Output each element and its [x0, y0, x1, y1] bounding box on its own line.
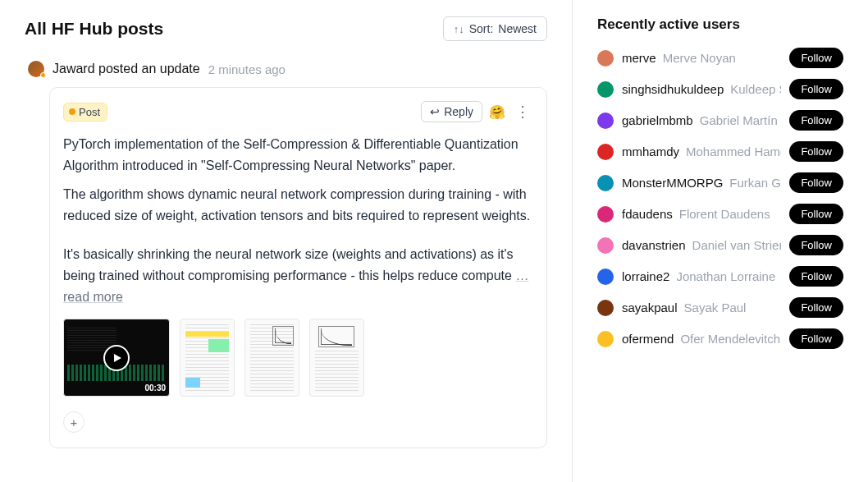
user-row: mmhamdyMohammed HamdFollow [597, 141, 843, 162]
user-row: davanstrienDaniel van StrienFollow [597, 235, 843, 255]
follow-button[interactable]: Follow [789, 297, 843, 318]
user-username[interactable]: singhsidhukuldeep [622, 82, 724, 96]
user-avatar[interactable] [597, 300, 614, 316]
user-row: merveMerve NoyanFollow [597, 48, 843, 68]
follow-button[interactable]: Follow [789, 110, 843, 131]
user-avatar[interactable] [597, 175, 614, 191]
attachment-image-thumb[interactable] [244, 319, 299, 397]
user-fullname: Daniel van Strien [692, 238, 782, 252]
user-names: merveMerve Noyan [622, 51, 781, 65]
reply-label: Reply [444, 105, 473, 118]
add-reaction-button[interactable]: + [63, 411, 85, 433]
user-avatar[interactable] [597, 50, 614, 67]
attachment-image-thumb[interactable] [180, 319, 235, 397]
author-avatar[interactable] [28, 61, 44, 77]
post-timestamp: 2 minutes ago [208, 62, 286, 76]
user-fullname: Jonathan Lorraine [676, 269, 775, 283]
user-username[interactable]: ofermend [622, 332, 674, 346]
user-username[interactable]: gabrielmbmb [622, 113, 693, 127]
user-row: lorraine2Jonathan LorraineFollow [597, 266, 843, 287]
user-username[interactable]: MonsterMMORPG [622, 176, 723, 190]
user-names: davanstrienDaniel van Strien [622, 238, 781, 252]
video-duration: 00:30 [144, 383, 166, 392]
user-avatar[interactable] [597, 112, 614, 129]
post-paragraph-1: PyTorch implementation of the Self-Compr… [63, 134, 533, 176]
reply-arrow-icon: ↩ [430, 105, 440, 118]
user-avatar[interactable] [597, 331, 614, 347]
user-fullname: Florent Daudens [679, 207, 770, 221]
sort-value: Newest [498, 22, 537, 35]
user-fullname: Furkan Gözü [729, 176, 781, 190]
attachment-thumbs: 00:30 [63, 319, 533, 397]
user-avatar[interactable] [597, 237, 614, 254]
user-avatar[interactable] [597, 144, 614, 160]
follow-button[interactable]: Follow [789, 328, 843, 349]
post-body: PyTorch implementation of the Self-Compr… [63, 134, 533, 307]
user-names: fdaudensFlorent Daudens [622, 207, 781, 221]
post-paragraph-2: The algorithm shows dynamic neural netwo… [63, 184, 533, 226]
more-menu-icon[interactable]: ⋮ [512, 103, 533, 121]
user-username[interactable]: davanstrien [622, 238, 686, 252]
user-names: MonsterMMORPGFurkan Gözü [622, 176, 781, 190]
post-action-line[interactable]: Jaward posted an update [53, 62, 200, 76]
follow-button[interactable]: Follow [789, 141, 843, 162]
sort-label: Sort: [469, 22, 494, 35]
user-row: singhsidhukuldeepKuldeep SFollow [597, 79, 843, 99]
follow-button[interactable]: Follow [789, 79, 843, 99]
sort-button[interactable]: ↑↓ Sort: Newest [443, 16, 547, 41]
post-badge-icon [69, 108, 75, 115]
post-card: Post ↩ Reply 🤗 ⋮ PyTorch implementation … [49, 87, 547, 448]
user-row: fdaudensFlorent DaudensFollow [597, 204, 843, 224]
follow-button[interactable]: Follow [789, 204, 843, 224]
user-names: ofermendOfer Mendelevitch [622, 332, 781, 346]
reaction-emoji[interactable]: 🤗 [489, 104, 505, 120]
user-fullname: Sayak Paul [684, 301, 747, 314]
post-badge-label: Post [79, 106, 100, 118]
user-username[interactable]: mmhamdy [622, 145, 679, 158]
user-row: ofermendOfer MendelevitchFollow [597, 328, 843, 349]
active-users-list: merveMerve NoyanFollowsinghsidhukuldeepK… [597, 48, 843, 349]
post-paragraph-3: It's basically shrinking the neural netw… [63, 244, 533, 307]
follow-button[interactable]: Follow [789, 48, 843, 68]
play-icon [103, 345, 130, 371]
post-truncated-text: It's basically shrinking the neural netw… [63, 247, 514, 282]
user-row: sayakpaulSayak PaulFollow [597, 297, 843, 318]
attachment-video-thumb[interactable]: 00:30 [63, 319, 170, 397]
user-username[interactable]: lorraine2 [622, 269, 669, 283]
user-names: sayakpaulSayak Paul [622, 301, 781, 314]
follow-button[interactable]: Follow [789, 266, 843, 287]
sidebar-title: Recently active users [597, 16, 843, 33]
page-title: All HF Hub posts [25, 19, 163, 39]
post-header: Jaward posted an update 2 minutes ago [25, 61, 547, 77]
user-names: lorraine2Jonathan Lorraine [622, 269, 781, 283]
user-names: mmhamdyMohammed Hamd [622, 145, 781, 158]
user-avatar[interactable] [597, 269, 614, 285]
sort-icon: ↑↓ [454, 23, 464, 35]
follow-button[interactable]: Follow [789, 172, 843, 193]
user-names: gabrielmbmbGabriel Martín B [622, 113, 781, 127]
user-fullname: Merve Noyan [663, 51, 736, 65]
follow-button[interactable]: Follow [789, 235, 843, 255]
user-row: gabrielmbmbGabriel Martín BFollow [597, 110, 843, 131]
user-fullname: Mohammed Hamd [686, 145, 781, 158]
user-username[interactable]: fdaudens [622, 207, 673, 221]
reply-button[interactable]: ↩ Reply [421, 101, 482, 122]
post-badge[interactable]: Post [63, 103, 107, 122]
user-avatar[interactable] [597, 81, 614, 98]
user-names: singhsidhukuldeepKuldeep S [622, 82, 781, 96]
user-row: MonsterMMORPGFurkan GözüFollow [597, 172, 843, 193]
user-username[interactable]: sayakpaul [622, 301, 678, 314]
user-username[interactable]: merve [622, 51, 656, 65]
user-fullname: Kuldeep S [730, 82, 781, 96]
user-fullname: Gabriel Martín B [700, 113, 782, 127]
user-fullname: Ofer Mendelevitch [680, 332, 780, 346]
user-avatar[interactable] [597, 206, 614, 223]
attachment-image-thumb[interactable] [309, 319, 364, 397]
